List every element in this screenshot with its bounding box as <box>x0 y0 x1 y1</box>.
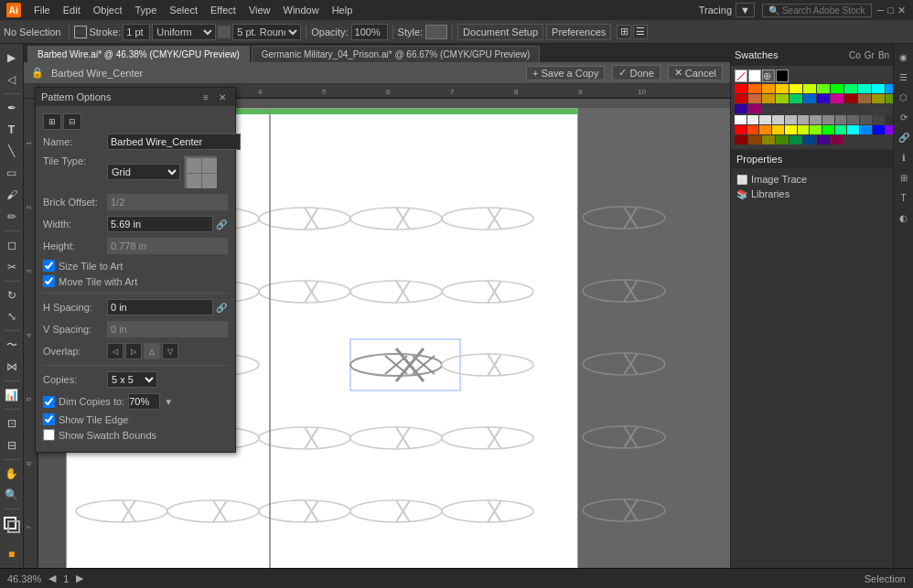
stroke-color-box[interactable] <box>74 26 87 38</box>
fill-stroke-indicator[interactable] <box>2 515 22 540</box>
rect-tool[interactable]: ▭ <box>2 163 22 183</box>
black-swatch[interactable] <box>776 69 789 82</box>
po-height-input[interactable] <box>107 238 228 254</box>
po-overlap-btn-4[interactable]: ▽ <box>162 343 178 359</box>
po-width-lock-icon[interactable]: 🔗 <box>215 218 228 230</box>
po-menu-btn[interactable]: ≡ <box>199 90 213 104</box>
menu-select[interactable]: Select <box>163 3 204 17</box>
registration-swatch[interactable]: ⊕ <box>762 69 775 82</box>
panel-icon-2[interactable]: ☰ <box>895 68 913 86</box>
swatch-color-23[interactable] <box>858 94 871 103</box>
paintbrush-tool[interactable]: 🖌 <box>2 185 22 205</box>
zoom-tool[interactable]: 🔍 <box>2 485 22 505</box>
swatch-orange-red[interactable] <box>747 125 759 134</box>
panel-icon-6[interactable]: ℹ <box>895 148 913 166</box>
po-overlap-btn-1[interactable]: ◁ <box>107 343 124 359</box>
po-move-tile-checkbox[interactable] <box>43 275 55 287</box>
swatch-dark-green[interactable] <box>776 135 789 144</box>
warp-tool[interactable]: 〜 <box>2 335 22 355</box>
swatch-green-cyan[interactable] <box>835 125 847 134</box>
swatch-color-7[interactable] <box>831 84 843 93</box>
swatch-darkgray3[interactable] <box>873 115 885 124</box>
none-swatch[interactable] <box>735 69 747 82</box>
po-dim-dropdown-btn[interactable]: ▼ <box>164 397 173 407</box>
swatch-color-20[interactable] <box>817 94 830 103</box>
swatch-gray3[interactable] <box>810 115 822 124</box>
panel-icon-9[interactable]: ◐ <box>895 208 913 227</box>
swatch-green-yellow[interactable] <box>810 125 822 134</box>
swatch-color-4[interactable] <box>789 84 802 93</box>
nav-prev-btn[interactable]: ◀ <box>48 572 56 584</box>
search-stock[interactable]: Search Adobe Stock <box>782 5 865 16</box>
direct-select-tool[interactable]: ◁ <box>2 69 22 90</box>
po-overlap-btn-3[interactable]: △ <box>144 343 160 359</box>
swatch-red[interactable] <box>735 125 747 134</box>
swatch-gray2[interactable] <box>798 115 810 124</box>
swatch-dark-cyan[interactable] <box>789 135 802 144</box>
menu-edit[interactable]: Edit <box>57 3 87 17</box>
po-arrange-btn-1[interactable]: ⊞ <box>43 113 61 130</box>
po-show-tile-checkbox[interactable] <box>43 413 55 425</box>
swatch-color-0[interactable] <box>735 84 747 93</box>
swatch-dark-violet[interactable] <box>817 135 830 144</box>
stroke-profile-select[interactable]: 5 pt. Round <box>232 24 301 40</box>
line-tool[interactable]: ╲ <box>2 141 22 161</box>
swatch-dark-yellow[interactable] <box>762 135 775 144</box>
po-copies-select[interactable]: 5 x 5 3 x 3 7 x 7 <box>107 371 157 388</box>
swatch-color-29[interactable] <box>748 104 761 113</box>
swatch-color-21[interactable] <box>831 94 843 103</box>
rotate-tool[interactable]: ↻ <box>2 285 22 305</box>
po-h-spacing-input[interactable] <box>107 299 213 315</box>
stroke-type-select[interactable]: Uniform <box>152 24 216 40</box>
swatch-sky-blue[interactable] <box>860 125 872 134</box>
close-btn[interactable]: ✕ <box>897 5 906 16</box>
document-setup-btn[interactable]: Document Setup <box>457 24 543 40</box>
scissors-tool[interactable]: ✂ <box>2 257 22 277</box>
menu-help[interactable]: Help <box>326 3 360 17</box>
arrange-icon[interactable]: ☰ <box>633 25 648 39</box>
swatch-color-5[interactable] <box>803 84 816 93</box>
po-width-input[interactable] <box>107 216 213 232</box>
swatch-dark-orange[interactable] <box>748 135 761 144</box>
pencil-tool[interactable]: ✏ <box>2 207 22 227</box>
save-copy-btn[interactable]: + Save a Copy <box>526 66 605 80</box>
menu-type[interactable]: Type <box>129 3 164 17</box>
artboard-tool[interactable]: ⊡ <box>2 413 22 433</box>
white-swatch[interactable] <box>748 69 761 82</box>
eraser-tool[interactable]: ◻ <box>2 235 22 255</box>
swatch-dark-magenta[interactable] <box>831 135 843 144</box>
minimize-btn[interactable]: ─ <box>877 5 885 16</box>
swatch-lightgray1[interactable] <box>747 115 759 124</box>
tab-military[interactable]: Germanic Military_04_Prison.ai* @ 66.67%… <box>252 46 541 62</box>
pattern-options-header[interactable]: Pattern Options ≡ ✕ <box>36 88 235 106</box>
swatch-orange[interactable] <box>759 125 771 134</box>
nav-next-btn[interactable]: ▶ <box>76 572 83 584</box>
swatch-darkgray1[interactable] <box>847 115 859 124</box>
hand-tool[interactable]: ✋ <box>2 464 22 484</box>
tab-barbed-wire[interactable]: Barbed Wire.ai* @ 46.38% (CMYK/GPU Previ… <box>27 46 250 62</box>
zoom-level[interactable]: 46.38% <box>7 573 41 584</box>
blend-tool[interactable]: ⋈ <box>2 357 22 377</box>
menu-object[interactable]: Object <box>87 3 129 17</box>
swatch-gray4[interactable] <box>822 115 834 124</box>
type-tool[interactable]: T <box>2 120 22 140</box>
column-graph-tool[interactable]: 📊 <box>2 385 22 405</box>
swatch-yellow-green[interactable] <box>798 125 810 134</box>
swatch-green[interactable] <box>822 125 834 134</box>
swatch-cyan[interactable] <box>847 125 859 134</box>
po-h-spacing-lock-icon[interactable]: 🔗 <box>215 301 228 314</box>
swatch-yellow[interactable] <box>772 125 784 134</box>
swatch-color-1[interactable] <box>748 84 761 93</box>
swatch-color-16[interactable] <box>762 94 775 103</box>
swatches-tab-co[interactable]: Co <box>849 50 861 60</box>
po-dim-copies-checkbox[interactable] <box>43 396 55 408</box>
swatch-darkgray2[interactable] <box>860 115 872 124</box>
swatch-bright-yellow[interactable] <box>785 125 797 134</box>
menu-file[interactable]: File <box>27 3 57 17</box>
swatch-color-28[interactable] <box>735 104 747 113</box>
swatch-dark-blue[interactable] <box>803 135 816 144</box>
pen-tool[interactable]: ✒ <box>2 98 22 118</box>
swatch-gray1[interactable] <box>785 115 797 124</box>
swatch-color-3[interactable] <box>776 84 789 93</box>
po-brick-offset-input[interactable] <box>107 194 228 210</box>
